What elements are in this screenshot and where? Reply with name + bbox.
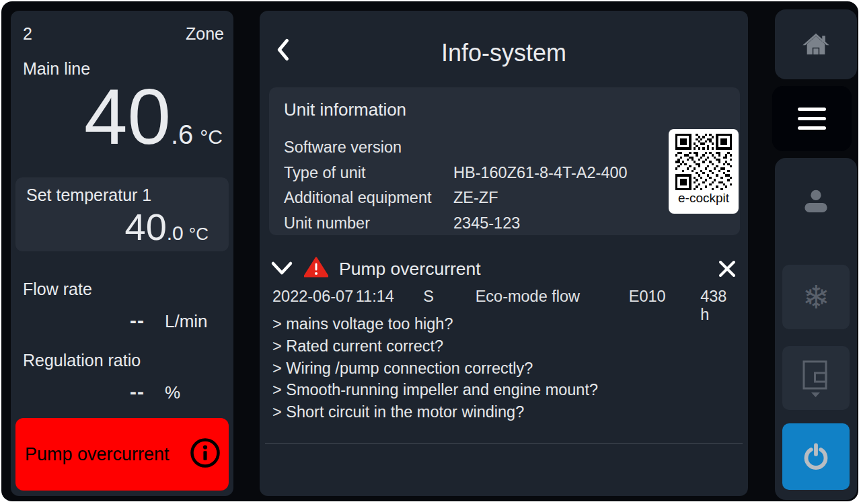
alarm-mode: Eco-mode flow <box>476 288 629 306</box>
actual-temp-frac: .6 <box>171 120 193 150</box>
alarm-hint: > mains voltage too high? <box>272 313 598 335</box>
mold-icon <box>800 359 831 398</box>
unit-information-heading: Unit information <box>284 99 725 120</box>
row-label: Type of unit <box>284 161 453 186</box>
page: 2 Zone Main line 40 .6 °C Set temperatur… <box>0 0 861 504</box>
zone-panel-header: 2 Zone <box>23 24 224 44</box>
line-label: Main line <box>23 59 90 79</box>
close-icon <box>717 259 737 279</box>
row-label: Unit number <box>284 211 453 237</box>
zone-panel: 2 Zone Main line 40 .6 °C Set temperatur… <box>11 11 233 496</box>
alarm-time: 11:14 <box>356 288 424 306</box>
info-system-panel: Info-system Unit information Software ve… <box>260 11 748 496</box>
alarm-hint: > Short circuit in the motor winding? <box>272 401 598 423</box>
flow-rate-unit: L/min <box>165 311 224 332</box>
regulation-ratio-unit: % <box>165 382 224 403</box>
set-temp-int: 40 <box>124 206 166 248</box>
set-temperature-value: 40 .0 °C <box>26 206 218 248</box>
menu-button-active[interactable] <box>772 86 852 151</box>
actual-temp-int: 40 <box>84 78 171 156</box>
home-button[interactable] <box>775 9 857 79</box>
set-temp-frac: .0 <box>167 222 184 245</box>
set-temp-unit: °C <box>189 224 209 245</box>
alarm-detail-header: Pump overcurrent <box>270 255 737 282</box>
close-button[interactable] <box>717 259 737 279</box>
warning-icon <box>304 257 328 281</box>
user-button[interactable] <box>775 178 857 225</box>
alarm-class: S <box>423 288 475 306</box>
alarm-hint: > Smooth-running impeller and engine mou… <box>272 379 598 401</box>
alarm-operating-hours: 438 h <box>700 288 739 324</box>
page-title: Info-system <box>260 39 748 67</box>
menu-icon <box>798 108 826 130</box>
unit-info-row: Type of unit HB-160Z61-8-4T-A2-400 <box>284 161 725 186</box>
e-cockpit-qr-tile: e-cockpit <box>669 129 739 214</box>
pump-overcurrent-alarm-button[interactable]: Pump overcurrent <box>15 418 229 491</box>
user-icon <box>800 188 831 215</box>
collapse-button[interactable] <box>270 259 293 278</box>
actual-temperature: 40 .6 °C <box>11 78 223 156</box>
flow-rate-row: -- L/min <box>23 309 224 332</box>
snowflake-icon: ❄ <box>802 281 829 313</box>
section-divider <box>265 443 743 444</box>
alarm-title: Pump overcurrent <box>339 259 481 280</box>
unit-info-row: Software version <box>284 135 725 161</box>
set-temperature-field[interactable]: Set temperatur 1 40 .0 °C <box>15 177 229 251</box>
unit-info-row: Additional equipment ZE-ZF <box>284 185 725 211</box>
zone-label: Zone <box>186 24 224 44</box>
actual-temp-unit: °C <box>200 126 223 149</box>
row-value: 2345-123 <box>453 211 725 237</box>
flow-rate-label: Flow rate <box>23 280 92 299</box>
power-icon <box>802 443 830 471</box>
alarm-date: 2022-06-07 <box>272 288 356 306</box>
regulation-ratio-value: -- <box>130 380 145 403</box>
chevron-down-icon <box>270 259 293 278</box>
mold-zone-button[interactable] <box>782 346 850 410</box>
row-label: Software version <box>284 135 453 161</box>
regulation-ratio-label: Regulation ratio <box>23 351 141 370</box>
row-label: Additional equipment <box>284 185 453 211</box>
set-temperature-label: Set temperatur 1 <box>26 185 218 205</box>
home-icon <box>801 31 831 58</box>
alarm-hint: > Rated current correct? <box>272 335 598 358</box>
zone-number: 2 <box>23 24 32 44</box>
qr-code <box>675 134 732 190</box>
unit-information-card: Unit information Software version Type o… <box>269 87 740 235</box>
qr-caption: e-cockpit <box>678 191 729 206</box>
unit-info-row: Unit number 2345-123 <box>284 211 725 237</box>
info-icon <box>190 437 221 471</box>
alarm-button-label: Pump overcurrent <box>25 444 190 465</box>
cooling-button[interactable]: ❄ <box>782 265 850 329</box>
regulation-ratio-row: -- % <box>23 380 224 403</box>
device-screen: 2 Zone Main line 40 .6 °C Set temperatur… <box>1 1 858 501</box>
alarm-hint: > Wiring /pump connection correctly? <box>272 358 598 380</box>
sidebar: ❄ <box>775 158 857 500</box>
alarm-error-code: E010 <box>629 288 700 306</box>
power-button[interactable] <box>782 423 850 490</box>
alarm-hints: > mains voltage too high? > Rated curren… <box>272 313 598 423</box>
flow-rate-value: -- <box>130 309 145 332</box>
